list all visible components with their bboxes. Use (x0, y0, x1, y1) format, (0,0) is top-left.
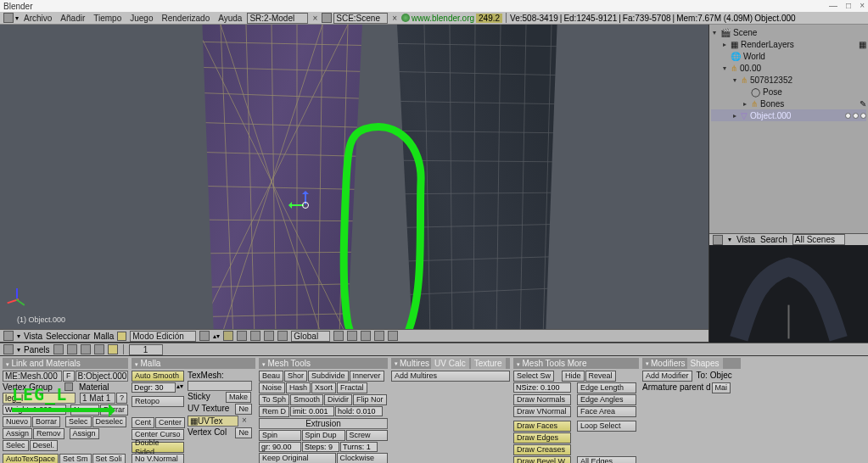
edit-icon[interactable]: ✎ (860, 99, 866, 109)
degrees-field[interactable]: gr: 90.00 (259, 442, 301, 452)
make-real-button[interactable]: Mai (712, 382, 731, 393)
context-script-icon[interactable] (67, 344, 77, 354)
pivot-icon[interactable] (223, 331, 233, 341)
outliner-type-icon[interactable] (713, 235, 723, 245)
uvtex-new-button[interactable]: Ne (235, 404, 252, 415)
3dview-menu-malla[interactable]: Malla (93, 332, 114, 341)
doublesided-button[interactable]: Double Sided (132, 442, 184, 453)
vg-selec-button[interactable]: Selec (3, 440, 29, 451)
set-smooth-button[interactable]: Set Sm (59, 454, 92, 463)
minimize-icon[interactable]: — (829, 1, 837, 10)
outliner[interactable]: ▾🎬Scene ▸▦RenderLayers▦ 🌐World ▾⋔00.00 ▾… (709, 25, 868, 233)
add-modifier-button[interactable]: Add Modifier (642, 371, 692, 382)
sel-face-icon[interactable] (361, 331, 371, 341)
restrict-render-icon[interactable] (860, 113, 866, 119)
frame-field[interactable]: 1 (129, 344, 163, 355)
flipnormals-button[interactable]: Flip Nor (353, 394, 387, 405)
close-icon[interactable]: × (860, 1, 865, 10)
proportional-icon[interactable] (388, 331, 398, 341)
facearea-button[interactable]: Face Area (577, 406, 636, 417)
outliner-renderlayers[interactable]: RenderLayers (741, 40, 856, 49)
expand-icon[interactable]: ▾ (17, 332, 20, 340)
mat-selec-button[interactable]: Selec (65, 416, 92, 427)
outliner-pose[interactable]: Pose (763, 87, 866, 97)
threshold-field[interactable]: hold: 0.010 (335, 406, 383, 416)
tab-texture[interactable]: Texture (471, 358, 506, 369)
outliner-scene[interactable]: Scene (733, 28, 866, 37)
outliner-menu-search[interactable]: Search (760, 235, 787, 244)
occlude-icon[interactable] (374, 331, 384, 341)
keeporiginal-button[interactable]: Keep Original (259, 453, 336, 463)
mat-assign-button[interactable]: Assign (70, 428, 99, 439)
3dview-menu-seleccionar[interactable]: Seleccionar (46, 332, 90, 341)
info-header-icon[interactable] (3, 13, 14, 23)
restrict-view-icon[interactable] (845, 113, 851, 119)
steps-field[interactable]: Steps: 9 (302, 442, 339, 452)
noise-button[interactable]: Noise (259, 382, 285, 393)
context-shading-icon[interactable] (81, 344, 91, 354)
texmesh-field[interactable] (188, 381, 252, 391)
xsort-button[interactable]: Xsort (311, 382, 336, 393)
drawedges-button[interactable]: Draw Edges (513, 432, 571, 443)
innerver-button[interactable]: Innerver (350, 371, 384, 382)
vg-desel-button[interactable]: Desel. (30, 440, 59, 451)
novnormal-button[interactable]: No V.Normal (132, 454, 184, 463)
autosmooth-button[interactable]: Auto Smooth (132, 371, 184, 382)
outliner-root[interactable]: 00.00 (740, 64, 866, 73)
outliner-menu-vista[interactable]: Vista (736, 235, 755, 244)
set-solid-button[interactable]: Set Soli (92, 454, 126, 463)
material-help-button[interactable]: ? (116, 393, 127, 404)
screen-layout-field[interactable]: SR:2-Model (247, 13, 308, 24)
reveal-button[interactable]: Reveal (585, 371, 616, 382)
vg-assign-button[interactable]: Assign (3, 428, 32, 439)
mat-deselec-button[interactable]: Deselec (92, 416, 127, 427)
maximize-icon[interactable]: □ (846, 1, 851, 10)
context-logic-icon[interactable] (53, 344, 64, 354)
dividir-button[interactable]: Dividir (324, 394, 352, 405)
mode-dropdown[interactable]: Modo Edición (130, 331, 196, 342)
smooth-button[interactable]: Smooth (290, 394, 323, 405)
3dview-menu-vista[interactable]: Vista (24, 332, 42, 341)
translate-icon[interactable] (250, 331, 260, 341)
hide-button[interactable]: Hide (562, 371, 585, 382)
edgeangles-button[interactable]: Edge Angles (577, 394, 636, 405)
manipulator-icon[interactable] (237, 331, 247, 341)
menu-juego[interactable]: Juego (126, 14, 156, 23)
scene-close-icon[interactable]: × (389, 14, 400, 23)
scene-field[interactable]: SCE:Scene (333, 13, 388, 24)
restrict-select-icon[interactable] (853, 113, 859, 119)
turns-field[interactable]: Turns: 1 (340, 442, 378, 452)
tosphere-button[interactable]: To Sph (259, 394, 289, 405)
limit-field[interactable]: imit: 0.001 (290, 406, 334, 416)
menu-archivo[interactable]: Archivo (20, 14, 55, 23)
expand-icon[interactable]: ▾ (728, 236, 731, 243)
short-button[interactable]: Shor (284, 371, 307, 382)
tab-modifiers[interactable]: Modifiers (651, 358, 686, 369)
tab-multires[interactable]: Multires (400, 358, 429, 369)
vcol-new-button[interactable]: Ne (235, 427, 252, 438)
3dview-type-icon[interactable] (3, 331, 14, 341)
spin-button[interactable]: Spin (259, 430, 301, 441)
blender-url[interactable]: www.blender.org (412, 14, 474, 23)
uvtex-delete-icon[interactable]: × (239, 416, 249, 427)
sticky-make-button[interactable]: Make (226, 392, 251, 403)
spindup-button[interactable]: Spin Dup (302, 430, 345, 441)
scale-icon[interactable] (277, 331, 288, 341)
3d-viewport[interactable]: (1) Object.000 (0, 25, 708, 343)
center-button[interactable]: Center (155, 417, 185, 428)
autotexspace-button[interactable]: AutoTexSpace (3, 454, 59, 463)
drawcreases-button[interactable]: Draw Creases (513, 444, 571, 455)
screw-button[interactable]: Screw (346, 430, 389, 441)
editmode-icon[interactable] (117, 332, 126, 341)
orientation-dropdown[interactable]: Global (291, 331, 330, 342)
context-object-icon[interactable] (94, 344, 104, 354)
nsize-field[interactable]: NSize: 0.100 (513, 382, 571, 393)
outliner-scope-field[interactable]: All Scenes (792, 234, 845, 245)
beauty-button[interactable]: Beau (259, 371, 283, 382)
restrict-icon[interactable]: ▦ (859, 40, 866, 49)
selectswap-button[interactable]: Select Sw (513, 371, 554, 382)
alledges-button[interactable]: All Edges (577, 456, 636, 463)
menu-renderizado[interactable]: Renderizado (159, 14, 214, 23)
expand-icon[interactable]: ▾ (17, 346, 20, 354)
scene-browse-icon[interactable] (322, 13, 332, 23)
